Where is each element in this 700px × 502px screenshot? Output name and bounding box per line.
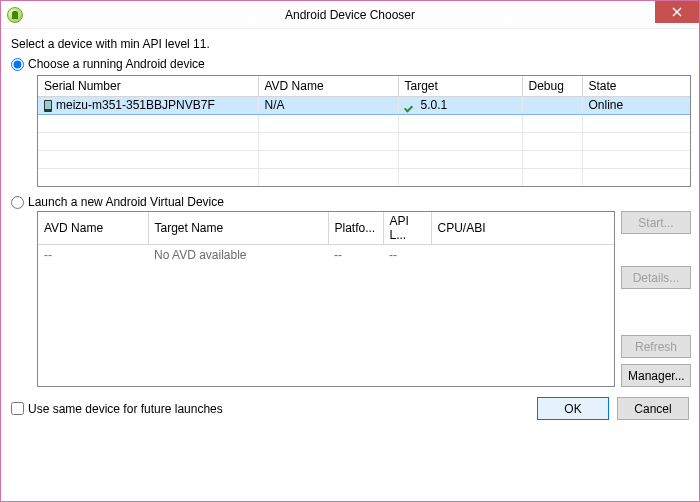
cell-platform: -- — [328, 245, 383, 266]
table-row[interactable] — [38, 168, 690, 186]
col-api-level[interactable]: API L... — [383, 212, 431, 245]
cell-cpu — [431, 245, 614, 266]
table-row[interactable]: -- No AVD available -- -- — [38, 245, 614, 266]
avd-table-wrap: AVD Name Target Name Platfo... API L... … — [37, 211, 615, 387]
cell-state: Online — [582, 96, 690, 114]
col-platform[interactable]: Platfo... — [328, 212, 383, 245]
radio-choose-running-label: Choose a running Android device — [28, 57, 205, 71]
dialog-content: Select a device with min API level 11. C… — [1, 29, 699, 501]
avd-table-header-row: AVD Name Target Name Platfo... API L... … — [38, 212, 614, 245]
col-target-name[interactable]: Target Name — [148, 212, 328, 245]
radio-launch-new-input[interactable] — [11, 196, 24, 209]
window-title: Android Device Chooser — [1, 8, 699, 22]
table-row[interactable] — [38, 150, 690, 168]
cell-serial-text: meizu-m351-351BBJPNVB7F — [56, 98, 215, 112]
cell-debug — [522, 96, 582, 114]
dialog-footer: Use same device for future launches OK C… — [9, 397, 691, 420]
cell-target: 5.0.1 — [398, 96, 522, 114]
close-button[interactable] — [655, 1, 699, 23]
col-avd-name[interactable]: AVD Name — [38, 212, 148, 245]
phone-icon — [44, 100, 52, 112]
instruction-text: Select a device with min API level 11. — [11, 37, 691, 51]
android-app-icon — [7, 7, 23, 23]
radio-launch-new-label: Launch a new Android Virtual Device — [28, 195, 224, 209]
table-row[interactable]: meizu-m351-351BBJPNVB7F N/A 5.0.1 Online — [38, 96, 690, 114]
col-avd[interactable]: AVD Name — [258, 76, 398, 96]
radio-choose-running[interactable]: Choose a running Android device — [11, 57, 691, 71]
start-button[interactable]: Start... — [621, 211, 691, 234]
radio-launch-new[interactable]: Launch a new Android Virtual Device — [11, 195, 691, 209]
use-same-device-label: Use same device for future launches — [28, 402, 223, 416]
refresh-button[interactable]: Refresh — [621, 335, 691, 358]
cancel-button[interactable]: Cancel — [617, 397, 689, 420]
running-table-header-row: Serial Number AVD Name Target Debug Stat… — [38, 76, 690, 96]
use-same-device-input[interactable] — [11, 402, 24, 415]
table-row[interactable] — [38, 132, 690, 150]
col-serial[interactable]: Serial Number — [38, 76, 258, 96]
avd-table: AVD Name Target Name Platfo... API L... … — [38, 212, 614, 265]
manager-button[interactable]: Manager... — [621, 364, 691, 387]
table-row[interactable] — [38, 114, 690, 132]
avd-side-buttons: Start... Details... Refresh Manager... — [621, 211, 691, 387]
footer-buttons: OK Cancel — [537, 397, 689, 420]
avd-area: AVD Name Target Name Platfo... API L... … — [37, 211, 691, 387]
running-devices-table-wrap: Serial Number AVD Name Target Debug Stat… — [37, 75, 691, 187]
cell-avd-name: -- — [38, 245, 148, 266]
use-same-device-checkbox[interactable]: Use same device for future launches — [11, 402, 223, 416]
device-chooser-window: Android Device Chooser Select a device w… — [0, 0, 700, 502]
col-state[interactable]: State — [582, 76, 690, 96]
titlebar: Android Device Chooser — [1, 1, 699, 29]
col-target[interactable]: Target — [398, 76, 522, 96]
ok-button[interactable]: OK — [537, 397, 609, 420]
cell-target-name: No AVD available — [148, 245, 328, 266]
cell-target-text: 5.0.1 — [421, 98, 448, 112]
cell-avd: N/A — [258, 96, 398, 114]
col-debug[interactable]: Debug — [522, 76, 582, 96]
running-devices-table: Serial Number AVD Name Target Debug Stat… — [38, 76, 690, 187]
radio-choose-running-input[interactable] — [11, 58, 24, 71]
close-icon — [672, 7, 682, 17]
check-icon — [405, 101, 417, 111]
cell-serial: meizu-m351-351BBJPNVB7F — [38, 96, 258, 114]
cell-api: -- — [383, 245, 431, 266]
details-button[interactable]: Details... — [621, 266, 691, 289]
col-cpu-abi[interactable]: CPU/ABI — [431, 212, 614, 245]
